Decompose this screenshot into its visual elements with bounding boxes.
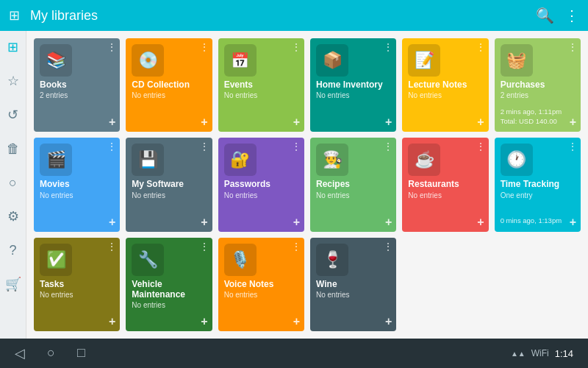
card-restaurants-icon: ☕ xyxy=(408,144,440,176)
card-recipes-add[interactable]: + xyxy=(385,216,392,229)
card-time-tracking-menu[interactable]: ⋮ xyxy=(567,141,578,152)
card-vehicle-maintenance-add[interactable]: + xyxy=(201,315,207,328)
card-restaurants-menu[interactable]: ⋮ xyxy=(476,141,486,152)
card-recipes-subtitle: No entries xyxy=(316,191,390,226)
card-movies-add[interactable]: + xyxy=(109,216,115,229)
card-lecture-notes[interactable]: ⋮ 📝 Lecture Notes No entries + xyxy=(402,38,488,132)
card-home-inventory[interactable]: ⋮ 📦 Home Inventory No entries + xyxy=(310,38,396,132)
card-my-software-add[interactable]: + xyxy=(201,216,207,229)
sidebar-item-favorites[interactable]: ☆ xyxy=(3,71,24,91)
sidebar-item-trash[interactable]: 🗑 xyxy=(3,138,24,159)
card-recipes-menu[interactable]: ⋮ xyxy=(383,141,393,152)
card-purchases-add[interactable]: + xyxy=(570,116,576,129)
card-vehicle-maintenance-icon: 🔧 xyxy=(132,244,164,276)
top-bar: ⊞ My libraries 🔍 ⋮ xyxy=(0,0,588,31)
card-time-tracking-title: Time Tracking xyxy=(501,179,575,189)
sidebar-item-history[interactable]: ↺ xyxy=(3,105,24,125)
card-wine-menu[interactable]: ⋮ xyxy=(383,241,393,252)
card-time-tracking-subtitle: One entry xyxy=(501,191,575,216)
card-tasks-menu[interactable]: ⋮ xyxy=(107,241,117,252)
card-vehicle-maintenance-subtitle: No entries xyxy=(132,301,206,325)
card-books-menu[interactable]: ⋮ xyxy=(107,41,117,53)
card-cd-collection[interactable]: ⋮ 💿 CD Collection No entries + xyxy=(126,38,212,132)
card-wine-add[interactable]: + xyxy=(385,315,392,328)
card-lecture-notes-add[interactable]: + xyxy=(477,116,484,129)
sidebar-item-store[interactable]: 🛒 xyxy=(3,274,24,294)
card-home-inventory-subtitle: No entries xyxy=(316,91,390,126)
sidebar: ⊞ ☆ ↺ 🗑 ○ ⚙ ? 🛒 xyxy=(0,31,26,339)
signal-icon: ▲▲ xyxy=(511,350,526,358)
card-movies-title: Movies xyxy=(40,179,114,189)
card-my-software-icon: 💾 xyxy=(132,144,164,176)
card-tasks-icon: ✅ xyxy=(40,244,72,276)
card-cd-subtitle: No entries xyxy=(132,91,206,126)
card-my-software[interactable]: ⋮ 💾 My Software No entries + xyxy=(126,138,212,231)
card-recipes-title: Recipes xyxy=(316,179,390,189)
recents-button[interactable]: □ xyxy=(77,345,85,361)
card-lecture-notes-menu[interactable]: ⋮ xyxy=(476,41,486,53)
sidebar-item-sync[interactable]: ○ xyxy=(3,172,24,193)
card-books-icon: 📚 xyxy=(40,44,72,77)
card-voice-notes-add[interactable]: + xyxy=(293,315,300,328)
card-my-software-menu[interactable]: ⋮ xyxy=(199,141,209,152)
card-home-inventory-add[interactable]: + xyxy=(385,116,392,129)
card-voice-notes[interactable]: ⋮ 🎙️ Voice Notes No entries + xyxy=(218,238,304,331)
sidebar-item-settings[interactable]: ⚙ xyxy=(3,206,24,227)
card-time-tracking-icon: 🕐 xyxy=(501,144,533,176)
card-tasks[interactable]: ⋮ ✅ Tasks No entries + xyxy=(34,238,120,331)
card-voice-notes-title: Voice Notes xyxy=(224,279,298,289)
card-purchases-icon: 🧺 xyxy=(501,44,533,77)
sidebar-item-grid[interactable]: ⊞ xyxy=(3,37,24,57)
card-vehicle-maintenance-menu[interactable]: ⋮ xyxy=(199,241,209,252)
card-tasks-subtitle: No entries xyxy=(40,291,114,325)
card-voice-notes-menu[interactable]: ⋮ xyxy=(291,241,301,252)
card-lecture-notes-title: Lecture Notes xyxy=(408,79,482,90)
card-wine-title: Wine xyxy=(316,279,390,289)
card-home-inventory-title: Home Inventory xyxy=(316,79,390,90)
card-cd-add[interactable]: + xyxy=(201,116,207,129)
sidebar-item-help[interactable]: ? xyxy=(3,240,24,261)
card-home-inventory-icon: 📦 xyxy=(316,44,348,77)
app-title: My libraries xyxy=(30,8,536,24)
search-icon[interactable]: 🔍 xyxy=(536,7,554,24)
card-lecture-notes-subtitle: No entries xyxy=(408,91,482,126)
card-movies[interactable]: ⋮ 🎬 Movies No entries + xyxy=(34,138,120,231)
card-vehicle-maintenance-title: Vehicle Maintenance xyxy=(132,279,206,300)
card-purchases-menu[interactable]: ⋮ xyxy=(567,41,578,53)
wifi-icon: WiFi xyxy=(531,348,549,358)
bottom-bar: ◁ ○ □ ▲▲ WiFi 1:14 xyxy=(0,339,588,368)
library-grid: ⋮ 📚 Books 2 entries + ⋮ 💿 CD Collection … xyxy=(26,31,588,339)
overflow-menu-icon[interactable]: ⋮ xyxy=(564,7,579,24)
home-button[interactable]: ○ xyxy=(47,345,55,361)
card-movies-menu[interactable]: ⋮ xyxy=(107,141,117,152)
back-button[interactable]: ◁ xyxy=(15,345,25,361)
card-recipes[interactable]: ⋮ 👨‍🍳 Recipes No entries + xyxy=(310,138,396,231)
card-passwords-add[interactable]: + xyxy=(293,216,300,229)
card-tasks-title: Tasks xyxy=(40,279,114,289)
card-restaurants-subtitle: No entries xyxy=(408,191,482,226)
card-events-subtitle: No entries xyxy=(224,91,298,126)
card-restaurants[interactable]: ⋮ ☕ Restaurants No entries + xyxy=(402,138,488,231)
card-vehicle-maintenance[interactable]: ⋮ 🔧 Vehicle Maintenance No entries + xyxy=(126,238,212,331)
card-passwords[interactable]: ⋮ 🔐 Passwords No entries + xyxy=(218,138,304,231)
card-purchases[interactable]: ⋮ 🧺 Purchases 2 entries 2 mins ago, 1:11… xyxy=(495,38,581,132)
clock: 1:14 xyxy=(555,348,573,359)
card-cd-title: CD Collection xyxy=(132,79,206,90)
card-events[interactable]: ⋮ 📅 Events No entries + xyxy=(218,38,304,132)
card-restaurants-add[interactable]: + xyxy=(477,216,484,229)
card-time-tracking-add[interactable]: + xyxy=(570,216,576,229)
card-purchases-title: Purchases xyxy=(501,79,575,90)
grid-menu-icon[interactable]: ⊞ xyxy=(9,7,20,24)
card-events-menu[interactable]: ⋮ xyxy=(291,41,301,53)
card-books[interactable]: ⋮ 📚 Books 2 entries + xyxy=(34,38,120,132)
card-home-inventory-menu[interactable]: ⋮ xyxy=(383,41,393,53)
card-events-add[interactable]: + xyxy=(293,116,300,129)
card-books-title: Books xyxy=(40,79,114,90)
card-wine[interactable]: ⋮ 🍷 Wine No entries + xyxy=(310,238,396,331)
card-cd-menu[interactable]: ⋮ xyxy=(199,41,209,53)
card-tasks-add[interactable]: + xyxy=(109,315,115,328)
card-passwords-menu[interactable]: ⋮ xyxy=(291,141,301,152)
card-books-add[interactable]: + xyxy=(109,116,115,129)
card-events-title: Events xyxy=(224,79,298,90)
card-time-tracking[interactable]: ⋮ 🕐 Time Tracking One entry 0 mins ago, … xyxy=(495,138,581,231)
